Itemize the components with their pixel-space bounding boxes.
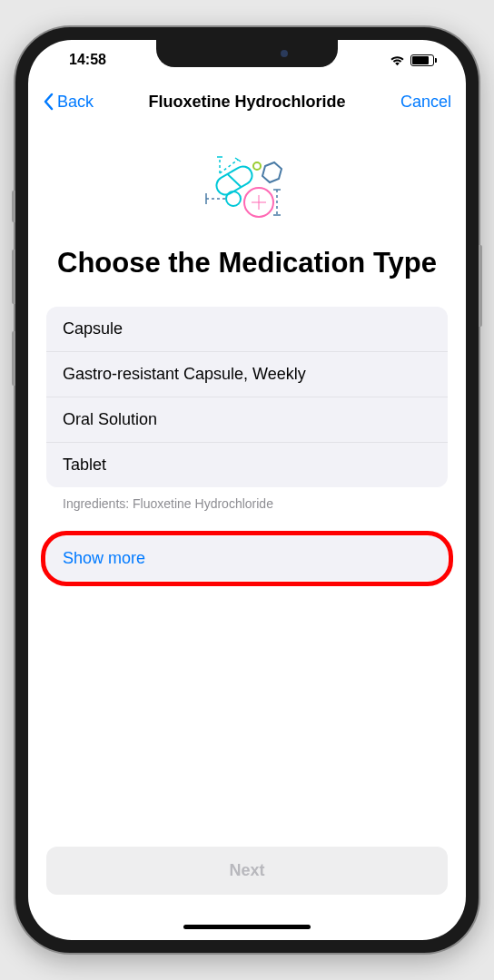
back-button[interactable]: Back <box>43 93 94 112</box>
option-oral-solution[interactable]: Oral Solution <box>46 397 448 443</box>
nav-title: Fluoxetine Hydrochloride <box>148 93 345 112</box>
phone-side-button-right <box>479 245 482 327</box>
show-more-button[interactable]: Show more <box>46 536 448 581</box>
medication-illustration <box>46 146 448 228</box>
medication-type-list: Capsule Gastro-resistant Capsule, Weekly… <box>46 307 448 487</box>
cancel-button[interactable]: Cancel <box>400 93 451 112</box>
status-time: 14:58 <box>69 52 106 68</box>
battery-icon <box>410 54 434 66</box>
option-capsule[interactable]: Capsule <box>46 307 448 352</box>
phone-side-buttons-left <box>12 191 15 413</box>
screen: 14:58 Back Fluoxetine Hydrochloride Canc… <box>28 40 466 940</box>
svg-point-2 <box>253 162 261 170</box>
nav-bar: Back Fluoxetine Hydrochloride Cancel <box>28 80 466 123</box>
back-label: Back <box>57 93 94 112</box>
page-title: Choose the Medication Type <box>46 246 448 279</box>
ingredients-label: Ingredients: <box>63 496 129 511</box>
show-more-container: Show more <box>46 536 448 581</box>
ingredients-text: Ingredients: Fluoxetine Hydrochloride <box>46 487 448 520</box>
chevron-left-icon <box>43 93 54 111</box>
next-button[interactable]: Next <box>46 847 448 895</box>
pills-icon <box>188 146 306 228</box>
wifi-icon <box>390 54 405 66</box>
status-icons <box>390 54 434 66</box>
svg-line-1 <box>227 172 241 190</box>
home-bar <box>183 925 311 929</box>
footer: Next <box>28 828 466 913</box>
notch <box>156 40 338 67</box>
option-tablet[interactable]: Tablet <box>46 443 448 487</box>
option-gastro-resistant[interactable]: Gastro-resistant Capsule, Weekly <box>46 352 448 397</box>
content: Choose the Medication Type Capsule Gastr… <box>28 123 466 828</box>
phone-frame: 14:58 Back Fluoxetine Hydrochloride Canc… <box>15 27 479 953</box>
home-indicator-area[interactable] <box>28 913 466 940</box>
svg-point-6 <box>226 191 241 206</box>
ingredients-value: Fluoxetine Hydrochloride <box>133 496 273 511</box>
